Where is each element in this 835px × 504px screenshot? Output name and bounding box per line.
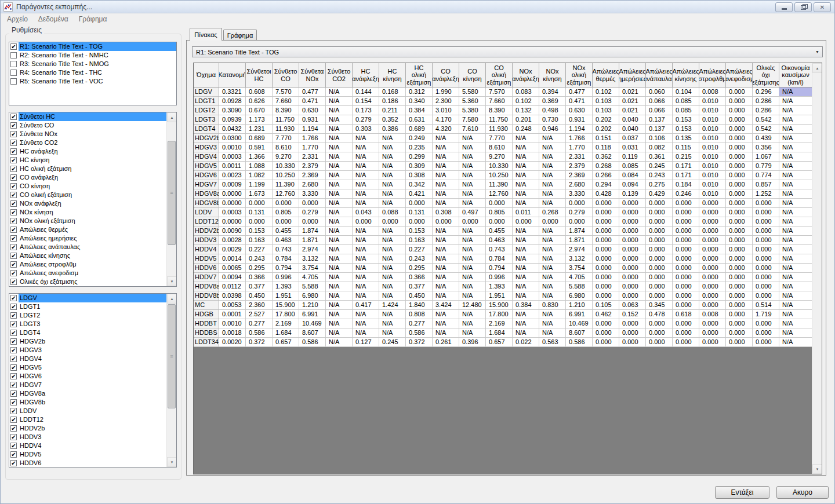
table-cell[interactable]: 1.684 [486,328,513,338]
table-cell[interactable]: 0.000 [753,291,779,301]
row-header[interactable]: HDGV2b [194,134,219,143]
table-cell[interactable]: 1.951 [486,291,513,301]
table-cell[interactable]: 0.308 [406,171,433,180]
pollutant-item[interactable]: ✔CO κίνηση [9,182,166,191]
table-cell[interactable]: 8.607 [299,328,326,338]
table-cell[interactable]: 0.132 [513,106,539,115]
checkbox-checked-icon[interactable]: ✔ [10,460,17,466]
checkbox-checked-icon[interactable]: ✔ [10,347,17,353]
table-cell[interactable]: 1.252 [753,189,779,199]
table-cell[interactable]: 0.369 [539,97,566,106]
table-cell[interactable]: 0.010 [699,143,726,152]
table-cell[interactable]: 6.991 [566,310,593,319]
table-cell[interactable]: 0.021 [619,87,646,97]
checkbox-checked-icon[interactable]: ✔ [10,148,17,155]
table-cell[interactable]: 0.000 [753,217,779,227]
table-cell[interactable]: 0.386 [379,125,406,134]
checkbox-checked-icon[interactable]: ✔ [10,122,17,129]
table-cell[interactable]: N/A [326,338,353,347]
table-cell[interactable]: 0.139 [619,189,646,199]
table-cell[interactable]: 0.153 [673,115,699,125]
table-cell[interactable]: N/A [433,328,459,338]
table-cell[interactable]: N/A [539,189,566,199]
table-cell[interactable]: N/A [326,236,353,245]
table-cell[interactable]: N/A [539,180,566,189]
table-cell[interactable]: 0.000 [726,273,753,282]
table-cell[interactable]: 8.610 [486,143,513,152]
table-cell[interactable]: 0.152 [619,310,646,319]
table-cell[interactable]: 0.477 [299,87,326,97]
table-cell[interactable]: N/A [459,236,486,245]
table-cell[interactable]: 7.580 [459,115,486,125]
table-cell[interactable]: 0.010 [699,189,726,199]
table-cell[interactable]: 2.680 [566,180,593,189]
table-cell[interactable]: N/A [326,134,353,143]
table-cell[interactable]: N/A [326,171,353,180]
table-cell[interactable]: N/A [379,273,406,282]
scenario-item[interactable]: ✔R1: Scenario Title Text - TOG [9,42,176,51]
table-cell[interactable]: N/A [326,282,353,291]
pollutant-checked-list[interactable]: ✔Σύνθετοι HC✔Σύνθετο CO✔Σύνθετα NOx✔Σύνθ… [9,112,177,287]
pollutant-item[interactable]: ✔CO ανάφλεξη [9,173,166,182]
table-cell[interactable]: 0.000 [619,254,646,264]
table-cell[interactable]: 0.774 [753,171,779,180]
table-cell[interactable]: N/A [353,245,379,254]
table-cell[interactable]: N/A [353,162,379,171]
row-header[interactable]: HDDV7 [194,273,219,282]
table-cell[interactable]: 0.163 [246,236,273,245]
vehicle-item[interactable]: ✔LDDT12 [9,415,166,424]
scrollbar-thumb[interactable]: ≡ [168,141,176,245]
table-cell[interactable]: N/A [433,199,459,208]
table-cell[interactable]: 0.455 [273,227,299,236]
checkbox-checked-icon[interactable]: ✔ [10,244,17,250]
table-cell[interactable]: 4.320 [433,125,459,134]
column-header[interactable]: Όχημα [194,63,219,87]
ok-button[interactable]: Εντάξει [715,486,769,499]
pollutant-item[interactable]: ✔CO ολική εξάτμιση [9,191,166,199]
table-cell[interactable]: 10.469 [566,319,593,328]
table-cell[interactable]: 0.000 [699,264,726,273]
table-cell[interactable]: 0.085 [619,162,646,171]
table-cell[interactable]: 2.169 [486,319,513,328]
table-cell[interactable]: 0.000 [646,282,673,291]
pollutant-item[interactable]: ✔Απώλειες ανεφοδισμ [9,269,166,277]
table-cell[interactable]: 1.210 [299,301,326,310]
table-cell[interactable]: 0.670 [246,106,273,115]
table-cell[interactable]: 0.000 [673,291,699,301]
table-cell[interactable]: 0.931 [566,115,593,125]
table-cell[interactable]: 3.754 [299,264,326,273]
vehicle-item[interactable]: ✔LDDV [9,407,166,415]
table-cell[interactable]: 0.094 [619,180,646,189]
table-cell[interactable]: 0.000 [299,217,326,227]
table-cell[interactable]: 0.131 [406,208,433,217]
column-header[interactable]: Απώλειεςθερμές [593,63,619,87]
table-cell[interactable]: 0.657 [273,338,299,347]
table-cell[interactable]: 0.000 [699,227,726,236]
table-cell[interactable]: 0.243 [406,254,433,264]
table-cell[interactable]: 0.0018 [219,328,246,338]
table-cell[interactable]: N/A [353,328,379,338]
pollutant-item[interactable]: ✔Σύνθετα NOx [9,130,166,138]
table-cell[interactable]: N/A [459,310,486,319]
table-cell[interactable]: 0.000 [726,319,753,328]
table-cell[interactable]: N/A [353,282,379,291]
table-cell[interactable]: 5.380 [459,106,486,115]
column-header[interactable]: HCολικήεξάτμιση [406,63,433,87]
table-cell[interactable]: N/A [779,282,812,291]
table-cell[interactable]: N/A [433,134,459,143]
table-cell[interactable]: N/A [326,162,353,171]
row-header[interactable]: HDDV4 [194,245,219,254]
table-cell[interactable]: 5.360 [459,97,486,106]
table-cell[interactable]: 0.563 [539,338,566,347]
table-cell[interactable]: 0.000 [699,199,726,208]
table-cell[interactable]: 11.930 [486,125,513,134]
table-cell[interactable]: 0.586 [299,338,326,347]
table-cell[interactable]: 0.000 [753,338,779,347]
table-cell[interactable]: 0.421 [406,189,433,199]
table-cell[interactable]: 0.608 [246,87,273,97]
table-cell[interactable]: 0.000 [726,106,753,115]
table-cell[interactable]: 0.268 [539,208,566,217]
table-cell[interactable]: N/A [779,245,812,254]
scenario-checked-list[interactable]: ✔R1: Scenario Title Text - TOGR2: Scenar… [9,42,177,105]
table-cell[interactable]: 10.250 [486,171,513,180]
